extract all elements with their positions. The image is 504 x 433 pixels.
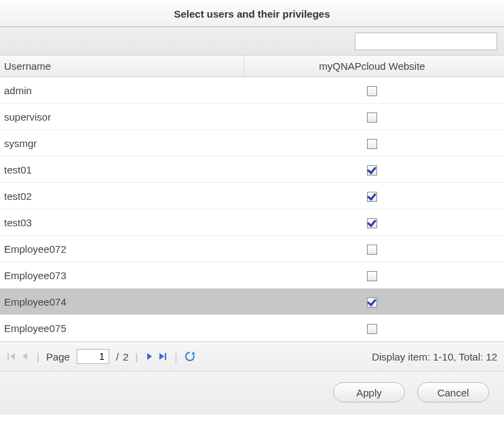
privilege-checkbox[interactable]: [367, 112, 377, 123]
cell-username: Employee075: [0, 323, 244, 334]
dialog-title-text: Select users and their privileges: [174, 8, 330, 20]
prev-page-button[interactable]: [20, 352, 30, 361]
first-page-button[interactable]: [7, 352, 16, 361]
username-text: admin: [4, 85, 32, 96]
privilege-checkbox[interactable]: [367, 86, 377, 96]
next-page-button[interactable]: [144, 352, 154, 361]
cell-privilege: [244, 295, 504, 308]
apply-button-label: Apply: [356, 387, 382, 398]
cell-privilege: [244, 216, 504, 228]
dialog-footer: Apply Cancel: [0, 371, 504, 415]
cell-username: test03: [0, 217, 244, 228]
page-number-input[interactable]: [77, 349, 109, 364]
cell-username: Employee073: [0, 270, 244, 281]
cell-username: sysmgr: [0, 138, 244, 149]
table-row[interactable]: Employee074: [0, 289, 504, 315]
username-text: test02: [4, 190, 32, 202]
refresh-button[interactable]: [184, 350, 196, 363]
privilege-checkbox[interactable]: [367, 192, 377, 202]
privilege-checkbox[interactable]: [367, 165, 377, 176]
cell-username: Employee072: [0, 243, 244, 255]
cell-username: test02: [0, 190, 244, 202]
pager-separator: |: [174, 351, 177, 363]
privilege-checkbox[interactable]: [367, 245, 377, 255]
cell-privilege: [244, 137, 504, 149]
cell-privilege: [244, 269, 504, 281]
refresh-icon: [184, 350, 196, 363]
username-text: test03: [4, 217, 32, 228]
privilege-checkbox[interactable]: [367, 271, 377, 281]
cell-username: Employee074: [0, 296, 244, 308]
username-text: Employee072: [4, 243, 66, 255]
column-header-username-label: Username: [4, 60, 51, 72]
last-page-icon: [158, 352, 168, 361]
cell-username: supervisor: [0, 111, 244, 123]
username-text: Employee073: [4, 270, 66, 281]
apply-button[interactable]: Apply: [333, 382, 405, 403]
column-header-privilege[interactable]: myQNAPcloud Website: [244, 56, 504, 77]
table-row[interactable]: test01: [0, 157, 504, 183]
dialog: Select users and their privileges Userna…: [0, 0, 504, 415]
column-header-username[interactable]: Username: [0, 56, 244, 77]
page-total: 2: [123, 351, 128, 363]
table-body: adminsupervisorsysmgrtest01test02test03E…: [0, 77, 504, 342]
cell-privilege: [244, 84, 504, 96]
table-row[interactable]: admin: [0, 77, 504, 104]
cell-username: admin: [0, 85, 244, 96]
privilege-checkbox[interactable]: [367, 139, 377, 149]
pager-controls: | Page / 2 | |: [7, 349, 196, 364]
cancel-button[interactable]: Cancel: [417, 382, 489, 403]
svg-rect-0: [7, 353, 9, 360]
page-total-sep: /: [116, 351, 119, 363]
cell-privilege: [244, 163, 504, 176]
page-label: Page: [46, 351, 70, 363]
username-text: supervisor: [4, 111, 51, 123]
privilege-checkbox[interactable]: [367, 297, 377, 308]
prev-page-icon: [20, 352, 30, 361]
cell-privilege: [244, 110, 504, 123]
table-row[interactable]: Employee075: [0, 315, 504, 342]
table-row[interactable]: supervisor: [0, 104, 504, 130]
pager-summary: Display item: 1-10, Total: 12: [372, 351, 497, 363]
search-input[interactable]: [355, 33, 497, 50]
search-bar: [0, 27, 504, 56]
privilege-checkbox[interactable]: [367, 324, 377, 334]
svg-rect-5: [165, 353, 166, 360]
username-text: Employee075: [4, 323, 66, 334]
table-row[interactable]: sysmgr: [0, 130, 504, 157]
table-header: Username myQNAPcloud Website: [0, 56, 504, 77]
svg-marker-3: [147, 353, 152, 360]
pager-bar: | Page / 2 | |: [0, 342, 504, 371]
svg-marker-6: [192, 352, 195, 355]
username-text: sysmgr: [4, 138, 37, 149]
next-page-icon: [144, 352, 154, 361]
first-page-icon: [7, 352, 16, 361]
svg-marker-2: [22, 353, 27, 360]
cell-privilege: [244, 243, 504, 255]
table-row[interactable]: test03: [0, 209, 504, 236]
table-row[interactable]: Employee072: [0, 236, 504, 262]
username-text: Employee074: [4, 296, 66, 308]
pager-separator: |: [37, 351, 39, 363]
table-row[interactable]: Employee073: [0, 262, 504, 289]
last-page-button[interactable]: [158, 352, 168, 361]
dialog-title: Select users and their privileges: [0, 0, 504, 27]
cell-privilege: [244, 322, 504, 334]
cell-username: test01: [0, 164, 244, 176]
username-text: test01: [4, 164, 32, 176]
privilege-checkbox[interactable]: [367, 218, 377, 228]
cancel-button-label: Cancel: [438, 387, 469, 398]
pager-separator: |: [135, 351, 138, 363]
column-header-privilege-label: myQNAPcloud Website: [319, 60, 425, 72]
svg-marker-1: [10, 353, 15, 360]
table-row[interactable]: test02: [0, 183, 504, 209]
cell-privilege: [244, 190, 504, 202]
svg-marker-4: [159, 353, 164, 360]
